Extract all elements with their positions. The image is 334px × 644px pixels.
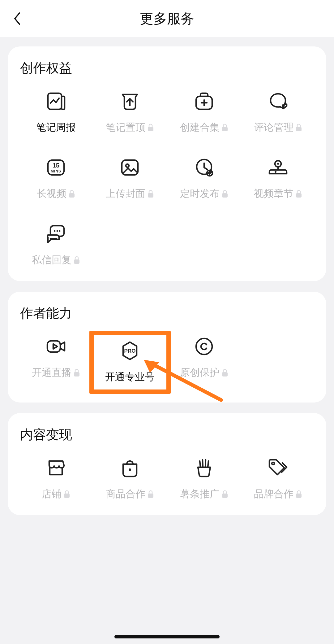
item-original-protect[interactable]: 原创保护 — [167, 335, 241, 388]
lock-icon — [221, 369, 228, 377]
item-shop[interactable]: 店铺 — [19, 456, 93, 501]
item-note-pin[interactable]: 笔记置顶 — [93, 90, 167, 134]
lock-icon — [73, 369, 80, 377]
svg-line-44 — [208, 461, 208, 467]
pin-top-icon — [118, 90, 141, 113]
svg-rect-7 — [222, 127, 228, 131]
lock-icon — [63, 490, 70, 498]
svg-rect-35 — [222, 372, 228, 376]
card-creation-rights: 创作权益 笔记周报 笔记置顶 创建合集 — [8, 46, 326, 281]
creation-grid: 笔记周报 笔记置顶 创建合集 评论管理 — [19, 90, 315, 267]
svg-rect-1 — [62, 96, 65, 109]
label: 笔记置顶 — [106, 121, 145, 134]
label: 商品合作 — [106, 487, 145, 501]
shopping-bag-icon — [118, 456, 141, 479]
clock-check-icon — [193, 156, 216, 179]
label: 薯条推广 — [180, 487, 220, 501]
svg-rect-47 — [296, 494, 302, 498]
label: 定时发布 — [180, 187, 220, 201]
item-create-collection[interactable]: 创建合集 — [167, 90, 241, 134]
svg-rect-9 — [296, 127, 302, 131]
brand-tag-icon — [267, 456, 289, 479]
item-brand-coop[interactable]: 品牌合作 — [241, 456, 315, 501]
chat-reply-icon — [45, 222, 67, 245]
lock-icon — [221, 190, 228, 198]
back-button[interactable] — [9, 10, 26, 27]
page-title: 更多服务 — [140, 10, 194, 28]
fifteen-mins-icon: 15MINS — [45, 156, 67, 179]
svg-rect-32 — [74, 372, 79, 376]
item-open-pro[interactable]: PRO 开通专业号 — [89, 331, 171, 394]
svg-rect-38 — [64, 494, 70, 498]
svg-text:PRO: PRO — [124, 348, 136, 354]
section-title: 创作权益 — [19, 59, 315, 77]
svg-point-22 — [277, 163, 279, 165]
section-title: 内容变现 — [19, 426, 315, 443]
svg-rect-16 — [148, 193, 153, 198]
item-product-coop[interactable]: 商品合作 — [93, 456, 167, 501]
label: 笔记周报 — [36, 121, 76, 134]
collection-add-icon — [193, 90, 216, 113]
item-long-video[interactable]: 15MINS 长视频 — [19, 156, 93, 201]
svg-rect-29 — [74, 259, 79, 264]
live-camera-icon — [45, 335, 67, 358]
report-icon — [45, 90, 67, 113]
header: 更多服务 — [0, 0, 334, 37]
svg-line-43 — [205, 460, 206, 467]
item-upload-cover[interactable]: 上传封面 — [93, 156, 167, 201]
svg-point-34 — [196, 338, 212, 355]
svg-rect-3 — [148, 127, 153, 131]
label: 视频章节 — [254, 187, 293, 201]
svg-text:MINS: MINS — [51, 169, 61, 173]
card-author-ability: 作者能力 开通直播 PRO 开通专业号 原创保护 — [8, 292, 326, 402]
lock-icon — [147, 124, 154, 132]
lock-icon — [221, 490, 228, 498]
shop-icon — [45, 456, 67, 479]
svg-line-42 — [203, 460, 203, 467]
copyright-icon — [193, 335, 216, 358]
label: 开通直播 — [32, 366, 71, 380]
item-dm-reply[interactable]: 私信回复 — [19, 222, 93, 267]
lock-icon — [147, 190, 154, 198]
item-open-live[interactable]: 开通直播 — [19, 335, 93, 388]
svg-point-28 — [59, 230, 60, 232]
item-comment-manage[interactable]: 评论管理 — [241, 90, 315, 134]
svg-rect-45 — [222, 494, 228, 498]
video-chapter-icon — [267, 156, 289, 179]
svg-point-15 — [126, 164, 129, 167]
svg-marker-8 — [283, 104, 287, 107]
item-schedule-publish[interactable]: 定时发布 — [167, 156, 241, 201]
label: 长视频 — [37, 187, 66, 201]
section-title: 作者能力 — [19, 305, 315, 322]
item-fries-promo[interactable]: 薯条推广 — [167, 456, 241, 501]
label: 评论管理 — [254, 121, 293, 134]
svg-point-46 — [272, 462, 274, 465]
chevron-left-icon — [13, 12, 21, 25]
item-video-chapter[interactable]: 视频章节 — [241, 156, 315, 201]
svg-rect-19 — [222, 193, 228, 198]
ability-grid: 开通直播 PRO 开通专业号 原创保护 — [19, 335, 315, 388]
svg-point-26 — [54, 230, 55, 232]
label: 品牌合作 — [254, 487, 293, 501]
lock-icon — [147, 490, 154, 498]
lock-icon — [295, 190, 302, 198]
pro-badge-icon: PRO — [118, 339, 141, 362]
label: 私信回复 — [32, 253, 71, 267]
svg-rect-40 — [148, 494, 153, 498]
label: 上传封面 — [106, 187, 145, 201]
label: 开通专业号 — [105, 370, 155, 384]
lock-icon — [295, 124, 302, 132]
svg-rect-24 — [296, 193, 302, 198]
lock-icon — [221, 124, 228, 132]
svg-rect-13 — [69, 193, 75, 198]
item-note-weekly[interactable]: 笔记周报 — [19, 90, 93, 134]
content: 创作权益 笔记周报 笔记置顶 创建合集 — [0, 37, 334, 515]
lock-icon — [73, 256, 80, 264]
card-monetize: 内容变现 店铺 商品合作 薯条推广 — [8, 413, 326, 515]
svg-point-27 — [56, 230, 58, 232]
home-indicator[interactable] — [114, 635, 220, 638]
svg-point-20 — [275, 171, 276, 173]
svg-point-39 — [129, 468, 131, 471]
label: 原创保护 — [180, 366, 220, 380]
comment-gear-icon — [267, 90, 289, 113]
